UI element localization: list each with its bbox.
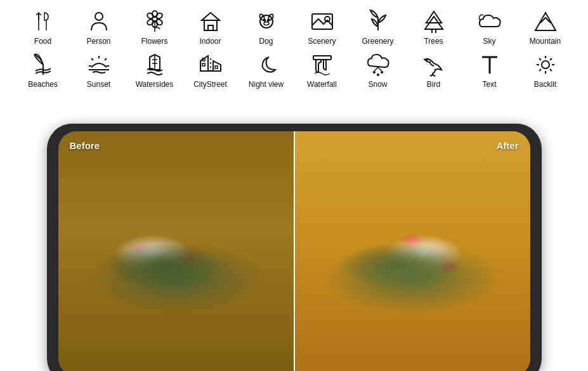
icons-row-1: Food Person (13, 5, 575, 48)
flowers-icon (141, 8, 169, 36)
svg-point-20 (267, 20, 269, 22)
screen-content: Before After (58, 131, 530, 371)
svg-line-33 (105, 58, 107, 60)
mountain-label: Mountain (530, 37, 561, 46)
after-side: After (294, 131, 530, 371)
svg-line-61 (550, 69, 552, 71)
sky-icon (476, 8, 504, 36)
watersides-label: Watersides (136, 80, 174, 89)
waterfall-label: Waterfall (307, 80, 337, 89)
beaches-label: Beaches (28, 80, 58, 89)
icon-trees: Trees (406, 5, 462, 48)
svg-point-19 (263, 20, 265, 22)
sunset-label: Sunset (87, 80, 110, 89)
icon-greenery: Greenery (350, 5, 406, 48)
scenery-label: Scenery (308, 37, 336, 46)
icon-beaches: Beaches (15, 48, 71, 91)
citystreet-icon (197, 51, 225, 79)
phone-top-bar (47, 124, 542, 131)
icon-snow: Snow (350, 48, 406, 91)
icon-sunset: Sunset (71, 48, 127, 91)
svg-point-5 (95, 13, 103, 20)
mountain-icon (532, 8, 559, 36)
svg-point-12 (146, 12, 154, 20)
nightview-icon (252, 51, 280, 79)
svg-line-63 (539, 69, 541, 71)
snow-label: Snow (368, 80, 387, 89)
snow-icon (364, 51, 392, 79)
before-label: Before (70, 140, 100, 151)
scenery-icon (308, 8, 336, 36)
after-label: After (496, 140, 518, 151)
svg-point-11 (146, 18, 154, 26)
svg-rect-43 (202, 58, 205, 61)
svg-rect-15 (208, 25, 213, 30)
svg-point-50 (377, 74, 379, 76)
flowers-label: Flowers (141, 37, 167, 46)
svg-point-49 (373, 71, 376, 74)
svg-point-52 (426, 59, 428, 61)
text-icon (476, 51, 504, 79)
icon-sky: Sky (462, 5, 518, 48)
sunset-icon (85, 51, 113, 79)
svg-rect-46 (313, 56, 331, 60)
icon-citystreet: CityStreet (183, 48, 238, 91)
trees-icon (420, 8, 448, 36)
icon-nightview: Night view (238, 48, 294, 91)
icons-row-2: Beaches Sunset (13, 48, 575, 91)
svg-line-32 (91, 58, 93, 60)
greenery-icon (364, 8, 392, 36)
person-label: Person (86, 37, 110, 46)
icon-waterfall: Waterfall (294, 48, 350, 91)
trees-label: Trees (424, 37, 443, 46)
text-label: Text (482, 80, 496, 89)
icon-person: Person (71, 5, 127, 48)
before-after-divider (294, 131, 295, 371)
waterfall-icon (308, 51, 336, 79)
svg-point-55 (542, 61, 549, 68)
before-side: Before (58, 131, 294, 371)
dog-icon (252, 8, 280, 36)
svg-point-8 (155, 12, 163, 20)
bird-label: Bird (427, 80, 440, 89)
food-icon (29, 8, 57, 36)
svg-point-21 (264, 22, 269, 25)
icon-mountain: Mountain (518, 5, 573, 48)
icon-backlit: Backlit (518, 48, 573, 91)
bird-icon (420, 51, 448, 79)
icon-text: Text (462, 48, 518, 91)
svg-line-47 (374, 67, 378, 71)
icon-dog: Dog (238, 5, 294, 48)
icons-section: Food Person (0, 0, 588, 91)
food-before-image (58, 131, 294, 371)
icon-flowers: Flowers (127, 5, 183, 48)
backlit-label: Backlit (534, 80, 556, 89)
beaches-icon (29, 51, 57, 79)
backlit-icon (532, 51, 559, 79)
phone-screen: Before After (58, 131, 530, 371)
svg-point-51 (381, 71, 383, 74)
svg-line-48 (378, 67, 382, 71)
icon-watersides: Watersides (127, 48, 183, 91)
food-after-image (294, 131, 530, 371)
svg-rect-42 (202, 63, 205, 66)
icon-bird: Bird (406, 48, 462, 91)
indoor-icon (197, 8, 225, 36)
person-icon (85, 8, 113, 36)
icon-food: Food (15, 5, 71, 48)
icon-scenery: Scenery (294, 5, 350, 48)
sky-label: Sky (483, 37, 495, 46)
dog-label: Dog (259, 37, 273, 46)
svg-marker-28 (535, 13, 556, 30)
greenery-label: Greenery (362, 37, 393, 46)
nightview-label: Night view (249, 80, 284, 89)
svg-rect-44 (215, 66, 218, 68)
phone-body: Before After (47, 124, 542, 371)
svg-line-62 (550, 58, 552, 60)
watersides-icon (141, 51, 169, 79)
food-label: Food (34, 37, 51, 46)
citystreet-label: CityStreet (193, 80, 227, 89)
indoor-label: Indoor (199, 37, 221, 46)
svg-line-60 (539, 58, 541, 60)
phone-mockup: Before After (47, 124, 542, 371)
